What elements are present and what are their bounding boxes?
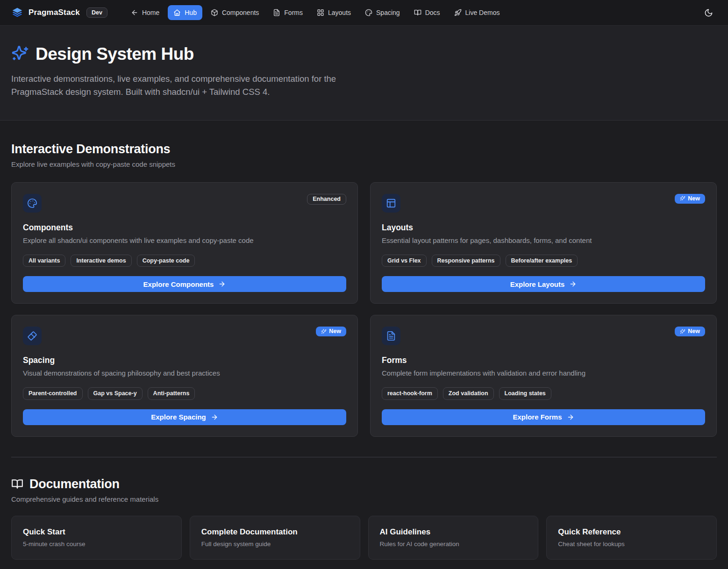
dev-badge: Dev [86, 7, 107, 18]
complete-documentation-card[interactable]: Complete Documentation Full design syste… [190, 516, 360, 560]
page-subtitle: Interactive demonstrations, live example… [11, 72, 355, 99]
spacing-card: New Spacing Visual demonstrations of spa… [11, 315, 358, 436]
layouts-icon-tile [382, 194, 400, 213]
card-tags: react-hook-form Zod validation Loading s… [382, 387, 705, 399]
layers-logo-icon [11, 7, 23, 19]
hero-section: Design System Hub Interactive demonstrat… [0, 26, 728, 121]
demos-section-subtitle: Explore live examples with copy-paste co… [11, 160, 717, 168]
arrow-right-icon [567, 413, 574, 421]
arrow-left-icon [131, 9, 138, 16]
nav-item-docs[interactable]: Docs [408, 5, 446, 20]
doc-card-description: Cheat sheet for lookups [558, 541, 705, 548]
doc-card-description: Rules for AI code generation [380, 541, 527, 548]
badge-label: Enhanced [313, 196, 341, 202]
tag: Gap vs Space-y [88, 387, 143, 399]
tag: Before/after examples [506, 255, 578, 267]
nav-label-forms: Forms [284, 9, 303, 16]
theme-toggle-button[interactable] [700, 4, 717, 21]
nav-label-components: Components [222, 9, 259, 16]
nav-item-live-demos[interactable]: Live Demos [449, 5, 506, 20]
tag: Parent-controlled [23, 387, 83, 399]
rocket-icon [454, 9, 462, 16]
badge-label: New [688, 196, 700, 202]
explore-layouts-button[interactable]: Explore Layouts [382, 276, 705, 292]
card-title: Forms [382, 356, 705, 365]
nav-item-hub[interactable]: Hub [168, 5, 202, 20]
doc-card-title: AI Guidelines [380, 527, 527, 537]
button-label: Explore Forms [513, 413, 562, 421]
explore-components-button[interactable]: Explore Components [23, 276, 346, 292]
doc-card-description: Full design system guide [201, 541, 349, 548]
button-label: Explore Layouts [510, 280, 565, 288]
nav-item-components[interactable]: Components [205, 5, 264, 20]
section-divider [11, 457, 717, 457]
house-icon [173, 9, 181, 16]
tag: Loading states [499, 387, 551, 399]
doc-card-title: Quick Start [23, 527, 170, 537]
layouts-card: New Layouts Essential layout patterns fo… [370, 182, 717, 304]
sparkles-icon [680, 196, 685, 201]
panel-top-icon [386, 198, 396, 208]
badge-label: New [329, 328, 341, 334]
docs-cards-grid: Quick Start 5-minute crash course Comple… [11, 516, 717, 560]
nav-item-spacing[interactable]: Spacing [359, 5, 406, 20]
book-open-icon [414, 9, 421, 16]
card-description: Visual demonstrations of spacing philoso… [23, 369, 346, 377]
card-title: Layouts [382, 223, 705, 233]
ruler-icon [27, 331, 37, 341]
layout-grid-icon [317, 9, 324, 16]
card-tags: Parent-controlled Gap vs Space-y Anti-pa… [23, 387, 346, 399]
explore-forms-button[interactable]: Explore Forms [382, 409, 705, 425]
card-tags: All variants Interactive demos Copy-past… [23, 255, 346, 267]
card-description: Essential layout patterns for pages, das… [382, 236, 705, 244]
nav-item-home[interactable]: Home [125, 5, 165, 20]
button-label: Explore Spacing [151, 413, 206, 421]
brand-name: PragmaStack [29, 8, 80, 17]
ai-guidelines-card[interactable]: AI Guidelines Rules for AI code generati… [368, 516, 539, 560]
docs-section-header: Documentation Comprehensive guides and r… [11, 477, 717, 503]
top-navbar: PragmaStack Dev Home Hub Components Form… [0, 0, 728, 26]
nav-label-spacing: Spacing [376, 9, 400, 16]
palette-icon [365, 9, 372, 16]
doc-card-description: 5-minute crash course [23, 541, 170, 548]
tag: Responsive patterns [432, 255, 500, 267]
arrow-right-icon [569, 280, 577, 288]
nav-label-home: Home [142, 9, 159, 16]
box-icon [211, 9, 218, 16]
button-label: Explore Components [143, 280, 214, 288]
tag: Zod validation [443, 387, 494, 399]
card-title: Components [23, 223, 346, 233]
tag: Anti-patterns [148, 387, 195, 399]
badge-label: New [688, 328, 700, 334]
file-text-icon [386, 331, 396, 341]
arrow-right-icon [211, 413, 218, 421]
doc-card-title: Complete Documentation [201, 527, 349, 537]
card-description: Explore all shadcn/ui components with li… [23, 236, 346, 244]
nav-item-forms[interactable]: Forms [267, 5, 308, 20]
arrow-right-icon [218, 280, 226, 288]
nav-item-layouts[interactable]: Layouts [311, 5, 357, 20]
components-icon-tile [23, 194, 42, 213]
tag: Copy-paste code [137, 255, 195, 267]
file-text-icon [273, 9, 280, 16]
quick-start-card[interactable]: Quick Start 5-minute crash course [11, 516, 182, 560]
tag: Grid vs Flex [382, 255, 427, 267]
new-badge: New [675, 327, 705, 336]
quick-reference-card[interactable]: Quick Reference Cheat sheet for lookups [546, 516, 717, 560]
new-badge: New [316, 327, 346, 336]
explore-spacing-button[interactable]: Explore Spacing [23, 409, 346, 425]
tag: Interactive demos [71, 255, 131, 267]
doc-card-title: Quick Reference [558, 527, 705, 537]
demos-section-title: Interactive Demonstrations [11, 142, 717, 156]
card-title: Spacing [23, 356, 346, 365]
spacing-icon-tile [23, 327, 42, 345]
brand[interactable]: PragmaStack Dev [11, 7, 107, 19]
card-description: Complete form implementations with valid… [382, 369, 705, 377]
nav-label-live-demos: Live Demos [465, 9, 500, 16]
enhanced-badge: Enhanced [307, 194, 346, 205]
forms-card: New Forms Complete form implementations … [370, 315, 717, 436]
nav-label-docs: Docs [425, 9, 440, 16]
tag: All variants [23, 255, 65, 267]
new-badge: New [675, 194, 705, 204]
book-open-icon [11, 478, 23, 490]
